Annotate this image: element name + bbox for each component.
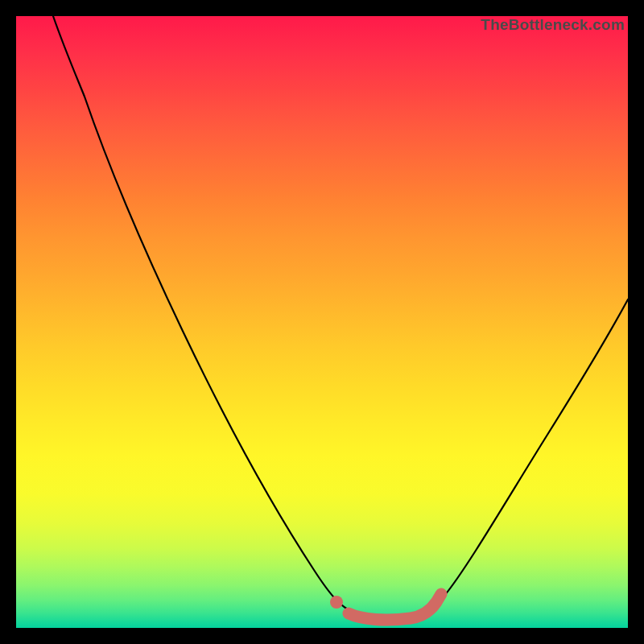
chart-frame: TheBottleneck.com <box>16 16 628 628</box>
bottleneck-curve <box>53 16 628 619</box>
optimal-range-marker <box>349 594 441 620</box>
chart-svg <box>16 16 628 628</box>
optimal-range-dot <box>330 596 343 609</box>
